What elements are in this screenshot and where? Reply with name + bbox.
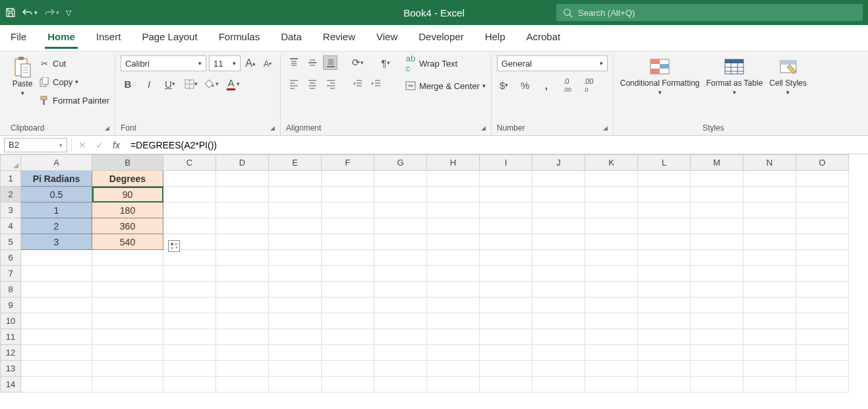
cell[interactable]	[216, 345, 269, 361]
paste-button[interactable]: Paste ▾	[11, 55, 34, 98]
cell[interactable]	[585, 345, 638, 361]
tab-acrobat[interactable]: Acrobat	[524, 27, 564, 49]
column-header[interactable]: L	[638, 155, 691, 171]
cell[interactable]	[269, 282, 322, 298]
tab-data[interactable]: Data	[278, 27, 304, 49]
cell[interactable]: 540	[92, 234, 163, 250]
cell[interactable]	[533, 171, 585, 187]
cell[interactable]	[743, 266, 796, 282]
column-header[interactable]: O	[796, 155, 849, 171]
cell[interactable]	[533, 329, 585, 345]
cell[interactable]: 3	[21, 234, 92, 250]
cut-button[interactable]: ✂ Cut	[38, 55, 109, 71]
cell[interactable]	[691, 313, 743, 329]
increase-font-icon[interactable]: A▴	[243, 56, 258, 71]
font-color-button[interactable]: A▾	[226, 77, 241, 91]
cell[interactable]	[92, 345, 163, 361]
cell[interactable]	[796, 187, 849, 203]
cell[interactable]	[743, 313, 796, 329]
cell[interactable]	[691, 218, 743, 234]
column-header[interactable]: G	[374, 155, 427, 171]
tab-home[interactable]: Home	[45, 27, 78, 49]
cell[interactable]	[427, 298, 480, 313]
cell[interactable]	[216, 187, 269, 203]
cell[interactable]	[216, 282, 269, 298]
cell[interactable]	[796, 218, 849, 234]
cell[interactable]	[743, 329, 796, 345]
cell[interactable]	[480, 377, 533, 393]
cell[interactable]	[163, 329, 216, 345]
column-header[interactable]: C	[163, 155, 216, 171]
wrap-text-button[interactable]: abc Wrap Text	[405, 55, 486, 71]
row-header[interactable]: 14	[1, 377, 21, 393]
cell[interactable]	[691, 329, 743, 345]
cell[interactable]	[374, 345, 427, 361]
cell[interactable]	[638, 171, 691, 187]
cell[interactable]	[427, 313, 480, 329]
dialog-launcher-icon[interactable]: ◢	[105, 125, 109, 131]
cell[interactable]	[480, 203, 533, 218]
cell[interactable]	[691, 345, 743, 361]
align-top-icon[interactable]	[286, 55, 301, 70]
cell[interactable]	[216, 298, 269, 313]
cell[interactable]	[796, 250, 849, 266]
cell[interactable]	[480, 329, 533, 345]
cell[interactable]	[691, 250, 743, 266]
cell[interactable]	[533, 298, 585, 313]
column-header[interactable]: D	[216, 155, 269, 171]
column-header[interactable]: F	[322, 155, 374, 171]
cell[interactable]	[480, 282, 533, 298]
cell[interactable]	[427, 266, 480, 282]
cell[interactable]	[163, 218, 216, 234]
cell[interactable]	[743, 171, 796, 187]
cell[interactable]	[269, 171, 322, 187]
cell[interactable]	[480, 187, 533, 203]
cell[interactable]	[163, 187, 216, 203]
cell[interactable]	[374, 250, 427, 266]
cell[interactable]	[743, 282, 796, 298]
autofill-options-icon[interactable]: +	[168, 240, 180, 252]
cell[interactable]	[743, 218, 796, 234]
cell[interactable]: 0.5	[21, 187, 92, 203]
cell[interactable]	[480, 218, 533, 234]
cell[interactable]	[585, 250, 638, 266]
cell[interactable]	[427, 171, 480, 187]
cell[interactable]	[638, 361, 691, 377]
cell[interactable]	[743, 187, 796, 203]
cell[interactable]	[92, 250, 163, 266]
cell[interactable]	[92, 313, 163, 329]
cell[interactable]	[322, 282, 374, 298]
row-header[interactable]: 5	[1, 234, 21, 250]
cell[interactable]	[322, 234, 374, 250]
cell[interactable]	[163, 361, 216, 377]
cell[interactable]	[638, 218, 691, 234]
cell[interactable]	[796, 203, 849, 218]
align-middle-icon[interactable]	[304, 55, 319, 70]
font-name-combo[interactable]: Calibri▾	[121, 55, 206, 71]
cell[interactable]	[585, 361, 638, 377]
row-header[interactable]: 8	[1, 282, 21, 298]
column-header[interactable]: I	[480, 155, 533, 171]
cell[interactable]	[533, 218, 585, 234]
cell[interactable]	[533, 361, 585, 377]
cell[interactable]	[216, 266, 269, 282]
cell[interactable]	[21, 266, 92, 282]
cell[interactable]: 360	[92, 218, 163, 234]
cell[interactable]	[92, 361, 163, 377]
cell[interactable]	[585, 234, 638, 250]
increase-indent-icon[interactable]	[369, 77, 384, 91]
tab-formulas[interactable]: Formulas	[216, 27, 263, 49]
qat-customize-icon[interactable]: ▽	[66, 9, 71, 17]
tab-insert[interactable]: Insert	[94, 27, 124, 49]
tab-page-layout[interactable]: Page Layout	[139, 27, 200, 49]
dialog-launcher-icon[interactable]: ◢	[603, 125, 608, 131]
cell[interactable]	[21, 313, 92, 329]
cell[interactable]	[638, 203, 691, 218]
cell[interactable]	[216, 361, 269, 377]
cell[interactable]	[691, 234, 743, 250]
row-header[interactable]: 9	[1, 298, 21, 313]
cell[interactable]	[322, 313, 374, 329]
orientation-button[interactable]: ⟳▾	[351, 55, 365, 70]
spreadsheet-grid[interactable]: ABCDEFGHIJKLMNO1Pi RadiansDegrees20.5903…	[0, 154, 868, 393]
number-format-combo[interactable]: General▾	[497, 55, 608, 71]
